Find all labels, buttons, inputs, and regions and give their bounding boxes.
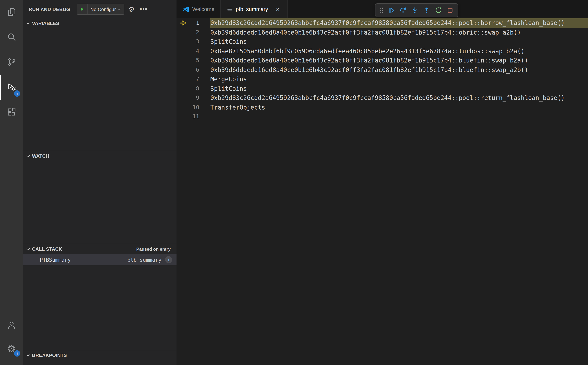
call-stack-pane: CALL STACK Paused on entry PTBSummaryptb…: [23, 244, 177, 350]
debug-current-line-arrow: [179, 20, 186, 26]
extensions-icon: [7, 107, 16, 118]
call-stack-section-header[interactable]: CALL STACK Paused on entry: [23, 244, 177, 254]
line-text: 0xb39d6dddedd16ed8a40ce0b1e6b43c92acf0ff…: [210, 28, 588, 37]
activity-extensions[interactable]: [0, 100, 23, 125]
code-line-3[interactable]: 3SplitCoins: [177, 37, 588, 47]
breakpoints-pane: BREAKPOINTS: [23, 350, 177, 365]
line-text: 0x8ae871505a80d8bf6bf9c05906cda6edfeea46…: [210, 47, 588, 56]
variables-pane: VARIABLES: [23, 18, 177, 151]
code-line-6[interactable]: 60xb39d6dddedd16ed8a40ce0b1e6b43c92acf0f…: [177, 65, 588, 75]
glyph-margin[interactable]: [177, 56, 189, 65]
glyph-margin[interactable]: [177, 18, 189, 28]
line-number: 7: [189, 75, 199, 84]
code-line-11[interactable]: 11: [177, 112, 588, 121]
code-line-8[interactable]: 8SplitCoins: [177, 84, 588, 93]
watch-pane: WATCH: [23, 151, 177, 244]
call-stack-label: CALL STACK: [32, 246, 62, 252]
glyph-margin[interactable]: [177, 84, 189, 93]
variables-label: VARIABLES: [32, 21, 59, 26]
line-text: 0xb39d6dddedd16ed8a40ce0b1e6b43c92acf0ff…: [210, 56, 588, 65]
activity-source-control[interactable]: [0, 50, 23, 75]
debug-sidebar: RUN AND DEBUG No Configur ⚙ ⋯ VARIABLES: [23, 0, 177, 365]
breakpoints-section-header[interactable]: BREAKPOINTS: [23, 350, 177, 360]
step-into-button[interactable]: [409, 5, 420, 16]
code-line-10[interactable]: 10TransferObjects: [177, 103, 588, 112]
more-actions-icon[interactable]: ⋯: [139, 5, 148, 14]
line-number: 8: [189, 84, 199, 93]
chevron-down-icon: [25, 352, 31, 358]
variables-content: [23, 28, 177, 151]
editor-content[interactable]: 10xb29d83c26cdd2a64959263abbcfc4a6937f0c…: [177, 18, 588, 365]
watch-label: WATCH: [32, 153, 49, 159]
activity-bar-top: 1: [0, 0, 23, 125]
line-number: 9: [189, 93, 199, 103]
explorer-icon: [7, 7, 16, 18]
tab-label: Welcome: [192, 6, 214, 12]
source-control-icon: [7, 57, 16, 68]
glyph-margin[interactable]: [177, 28, 189, 37]
activity-accounts[interactable]: [0, 314, 23, 337]
call-stack-content: PTBSummaryptb_summary1: [23, 254, 177, 350]
code-line-1[interactable]: 10xb29d83c26cdd2a64959263abbcfc4a6937f0c…: [177, 18, 588, 28]
step-out-button[interactable]: [421, 5, 432, 16]
sidebar-title: RUN AND DEBUG: [29, 7, 70, 12]
line-text: 0xb29d83c26cdd2a64959263abbcfc4a6937f0c9…: [210, 18, 588, 28]
tab-welcome[interactable]: Welcome: [177, 0, 221, 18]
glyph-margin[interactable]: [177, 37, 189, 47]
line-text: [210, 112, 588, 121]
frame-name: PTBSummary: [40, 257, 128, 263]
pause-status: Paused on entry: [136, 246, 171, 252]
gear-icon[interactable]: ⚙: [127, 5, 136, 14]
chevron-down-icon: [25, 246, 31, 252]
close-icon[interactable]: ✕: [274, 6, 281, 13]
line-text: 0xb29d83c26cdd2a64959263abbcfc4a6937f0c9…: [210, 93, 588, 103]
step-over-button[interactable]: [397, 5, 409, 16]
toolbar-drag-handle[interactable]: [378, 5, 385, 16]
code-line-9[interactable]: 90xb29d83c26cdd2a64959263abbcfc4a6937f0c…: [177, 93, 588, 103]
glyph-margin[interactable]: [177, 112, 189, 121]
chevron-down-icon: [117, 7, 124, 12]
activity-explorer[interactable]: [0, 0, 23, 25]
line-text: SplitCoins: [210, 84, 588, 93]
line-number: 1: [189, 18, 199, 28]
call-stack-frame[interactable]: PTBSummaryptb_summary1: [23, 254, 177, 265]
watch-section-header[interactable]: WATCH: [23, 151, 177, 161]
chevron-down-icon: [25, 21, 31, 26]
start-debugging-icon[interactable]: [77, 4, 87, 14]
tab-label: ptb_summary: [236, 6, 268, 12]
activity-manage[interactable]: ⚙ 1: [0, 337, 23, 360]
line-number: 5: [189, 56, 199, 65]
debug-config-dropdown[interactable]: No Configur: [77, 4, 124, 15]
activity-bar: 1: [0, 0, 23, 365]
stop-button[interactable]: [445, 5, 456, 16]
account-icon: [7, 320, 16, 331]
line-number: 11: [189, 112, 199, 121]
line-number: 4: [189, 47, 199, 56]
code-line-5[interactable]: 50xb39d6dddedd16ed8a40ce0b1e6b43c92acf0f…: [177, 56, 588, 65]
activity-search[interactable]: [0, 25, 23, 50]
activity-run-and-debug[interactable]: 1: [0, 75, 23, 100]
line-text: TransferObjects: [210, 103, 588, 112]
config-select-label: No Configur: [87, 7, 117, 12]
glyph-margin[interactable]: [177, 93, 189, 103]
tab-ptb-summary[interactable]: ptb_summary ✕: [221, 0, 288, 18]
editor-area: Welcome ptb_summary ✕: [177, 0, 588, 365]
restart-button[interactable]: [433, 5, 444, 16]
line-text: MergeCoins: [210, 75, 588, 84]
continue-button[interactable]: [386, 5, 397, 16]
line-number: 10: [189, 103, 199, 112]
search-icon: [7, 32, 16, 43]
sidebar-header: RUN AND DEBUG No Configur ⚙ ⋯: [23, 0, 177, 18]
debug-toolbar: [375, 3, 458, 17]
code-line-7[interactable]: 7MergeCoins: [177, 75, 588, 84]
glyph-margin[interactable]: [177, 103, 189, 112]
code-line-2[interactable]: 20xb39d6dddedd16ed8a40ce0b1e6b43c92acf0f…: [177, 28, 588, 37]
vscode-window: 1: [0, 0, 588, 365]
chevron-down-icon: [25, 153, 31, 159]
glyph-margin[interactable]: [177, 75, 189, 84]
file-list-icon: [227, 6, 233, 12]
glyph-margin[interactable]: [177, 47, 189, 56]
code-line-4[interactable]: 40x8ae871505a80d8bf6bf9c05906cda6edfeea4…: [177, 47, 588, 56]
variables-section-header[interactable]: VARIABLES: [23, 18, 177, 28]
glyph-margin[interactable]: [177, 65, 189, 75]
